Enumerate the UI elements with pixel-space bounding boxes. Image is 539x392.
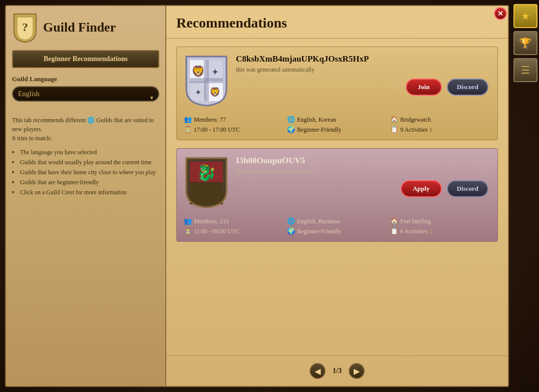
language-icon-2: 🌐 [287, 217, 295, 225]
svg-text:🦁: 🦁 [209, 87, 221, 98]
guild-1-info: C8ksbXmB4mjauUPKqJOsxR5HxP this was gene… [236, 54, 490, 96]
guild-card-1: 🦁 ✦ ✦ 🦁 C8ksbXmB4mjauUPKqJOsxR5HxP this … [176, 47, 498, 140]
main-container: ? Guild Finder Beginner Recommendations … [5, 5, 509, 387]
guild-2-buttons: Apply Discord [236, 180, 490, 197]
guild-card-1-top: 🦁 ✦ ✦ 🦁 C8ksbXmB4mjauUPKqJOsxR5HxP this … [177, 47, 497, 112]
language-icon: 🌐 [287, 116, 295, 124]
members-icon-2: 👥 [184, 217, 192, 225]
guild-2-time: ⏳ 11:00 - 09:00 UTC [184, 227, 284, 235]
city-icon-2: 🏠 [390, 217, 398, 225]
sidebar-header: ? Guild Finder [12, 12, 159, 43]
svg-rect-6 [190, 78, 223, 83]
content-header: Recommendations [166, 6, 508, 39]
time-icon: ⏳ [184, 126, 192, 134]
activities-icon-2: 📋 [390, 227, 398, 235]
guild-1-city: 🏠 Bridgewatch [390, 116, 490, 124]
beginner-recommendations-button[interactable]: Beginner Recommendations [12, 50, 159, 68]
language-select[interactable]: English [12, 86, 159, 102]
bullet-list: The language you have selected Guilds th… [12, 148, 159, 197]
guild-2-auto-text: this was generated automatically [236, 168, 490, 175]
prev-page-button[interactable]: ◀ [310, 363, 326, 379]
city-icon: 🏠 [390, 116, 398, 124]
guild-1-tag: 🌍 Beginner-Friendly [287, 126, 387, 134]
bullet-item: Guilds that would usually play around th… [12, 158, 159, 167]
svg-text:✦: ✦ [211, 67, 219, 77]
guild-2-tag: 🌍 Beginner-Friendly [287, 227, 387, 235]
activities-icon: 📋 [390, 126, 398, 134]
favorites-button[interactable]: ★ [513, 4, 537, 28]
guild-1-buttons: Join Discord [236, 79, 490, 96]
guild-1-time: ⏳ 17:00 - 17:00 UTC [184, 126, 284, 134]
guild-2-discord-button[interactable]: Discord [447, 180, 488, 197]
guild-2-languages: 🌐 English, Burmese [287, 217, 387, 225]
sidebar: ? Guild Finder Beginner Recommendations … [6, 6, 166, 386]
svg-text:🐉: 🐉 [196, 163, 216, 182]
content-area: Recommendations [166, 6, 508, 386]
page-info: 1/3 [333, 367, 342, 375]
svg-text:?: ? [22, 21, 28, 34]
guild-2-apply-button[interactable]: Apply [401, 180, 442, 197]
right-panel: ★ 🏆 ☰ [511, 0, 539, 392]
guild-1-join-button[interactable]: Join [406, 79, 442, 96]
close-button[interactable]: ✕ [494, 7, 507, 20]
members-icon: 👥 [184, 116, 192, 124]
guild-1-languages: 🌐 English, Korean [287, 116, 387, 124]
svg-text:✦: ✦ [195, 88, 201, 97]
bullet-item: Guilds that have their home city close t… [12, 168, 159, 177]
guild-1-discord-button[interactable]: Discord [447, 79, 488, 96]
sidebar-description: This tab recommends different 🌐 Guilds t… [12, 116, 159, 143]
guild-1-activities: 📋 9 Activities ℹ [390, 126, 490, 134]
svg-text:🦁: 🦁 [191, 65, 205, 78]
next-page-button[interactable]: ▶ [349, 363, 365, 379]
guild-card-2: 🐉 I3h08OoupuOUV5 this was generated auto… [176, 148, 498, 242]
guild-1-auto-text: this was generated automatically [236, 66, 490, 74]
language-label: Guild Language [12, 75, 159, 83]
time-icon-2: ⏳ [184, 227, 192, 235]
guild-2-activities: 📋 6 Activities ℹ [390, 227, 490, 235]
tag-icon-2: 🌍 [287, 227, 295, 235]
guild-title: Guild Finder [43, 20, 116, 35]
guild-2-city: 🏠 Fort Sterling [390, 217, 490, 225]
language-select-wrapper: English [12, 86, 159, 109]
guild-2-crest[interactable]: 🐉 [184, 156, 229, 208]
bullet-item: The language you have selected [12, 148, 159, 157]
bullet-item: Guilds that are beginner-friendly [12, 178, 159, 187]
guild-1-name: C8ksbXmB4mjauUPKqJOsxR5HxP [236, 54, 490, 64]
guild-shield-icon: ? [12, 12, 38, 43]
guild-2-footer: 👥 Members: 215 🌐 English, Burmese 🏠 Fort… [177, 213, 497, 241]
guild-1-members: 👥 Members: 77 [184, 116, 284, 124]
tag-icon: 🌍 [287, 126, 295, 134]
guild-2-members: 👥 Members: 215 [184, 217, 284, 225]
guild-cards-list: 🦁 ✦ ✦ 🦁 C8ksbXmB4mjauUPKqJOsxR5HxP this … [166, 39, 508, 355]
guild-1-footer: 👥 Members: 77 🌐 English, Korean 🏠 Bridge… [177, 112, 497, 140]
pagination: ◀ 1/3 ▶ [166, 355, 508, 386]
guild-1-crest[interactable]: 🦁 ✦ ✦ 🦁 [184, 54, 229, 107]
list-menu-button[interactable]: ☰ [513, 58, 537, 82]
guild-2-name: I3h08OoupuOUV5 [236, 156, 490, 166]
trophy-button[interactable]: 🏆 [513, 31, 537, 55]
guild-2-info: I3h08OoupuOUV5 this was generated automa… [236, 156, 490, 197]
guild-card-2-top: 🐉 I3h08OoupuOUV5 this was generated auto… [177, 149, 497, 213]
bullet-item: Click on a Guild Crest for more informat… [12, 188, 159, 197]
